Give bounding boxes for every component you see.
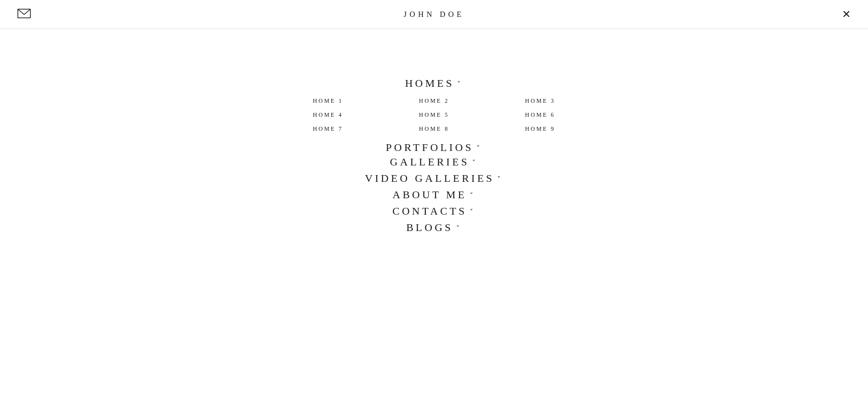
sub-item-home8[interactable]: HOME 8 [395,125,473,133]
homes-chevron: ˅ [457,80,463,88]
video-galleries-chevron: ˅ [497,175,503,183]
galleries-label: GALLERIES [390,156,470,168]
sub-item-home5[interactable]: HOME 5 [395,111,473,119]
portfolios-chevron: ˅ [476,144,482,152]
nav-item-galleries[interactable]: GALLERIES ˅ [390,156,478,168]
header: JOHN DOE ✕ [0,0,868,29]
homes-submenu: HOME 1 HOME 2 HOME 3 HOME 4 HOME 5 HOME … [289,97,579,133]
close-icon[interactable]: ✕ [842,9,851,20]
nav-container: HOMES ˅ HOME 1 HOME 2 HOME 3 HOME 4 HOME… [0,77,868,238]
site-title: JOHN DOE [404,10,464,19]
sub-item-home4[interactable]: HOME 4 [289,111,366,119]
sub-item-home6[interactable]: HOME 6 [502,111,579,119]
blogs-label: BLOGS [406,221,453,234]
mail-icon[interactable] [17,9,31,20]
nav-item-homes[interactable]: HOMES ˅ [405,77,463,90]
sub-item-home7[interactable]: HOME 7 [289,125,366,133]
nav-item-portfolios[interactable]: PORTFOLIOS ˅ [386,141,482,154]
contacts-chevron: ˅ [470,208,475,216]
sub-item-home3[interactable]: HOME 3 [502,97,579,105]
sub-item-home1[interactable]: HOME 1 [289,97,366,105]
homes-label: HOMES [405,77,454,90]
about-me-chevron: ˅ [470,191,475,200]
nav-item-video-galleries[interactable]: VIDEO GALLERIES ˅ [365,172,503,185]
nav-item-contacts[interactable]: CONTACTS ˅ [393,205,475,218]
nav-item-about-me[interactable]: ABOUT ME ˅ [393,189,475,201]
video-galleries-label: VIDEO GALLERIES [365,172,495,185]
sub-item-home2[interactable]: HOME 2 [395,97,473,105]
portfolios-label: PORTFOLIOS [386,141,474,154]
nav-item-blogs[interactable]: BLOGS ˅ [406,221,461,234]
contacts-label: CONTACTS [393,205,467,218]
galleries-chevron: ˅ [472,159,478,167]
blogs-chevron: ˅ [456,224,462,232]
about-me-label: ABOUT ME [393,189,467,201]
sub-item-home9[interactable]: HOME 9 [502,125,579,133]
